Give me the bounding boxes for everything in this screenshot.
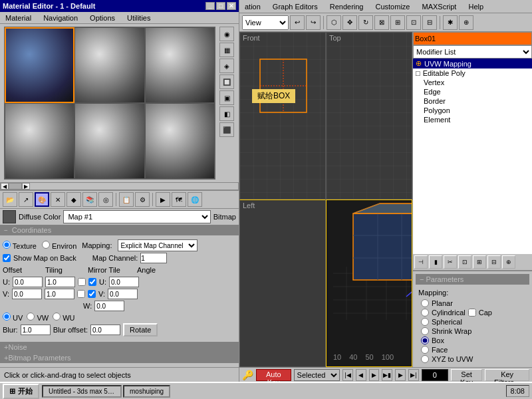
cylindrical-option[interactable]: Cylindrical Cap	[421, 309, 524, 317]
tree-item-element[interactable]: Element	[421, 115, 532, 124]
play-btn[interactable]: ▶	[369, 369, 380, 381]
material-effects-btn[interactable]: ◎	[98, 192, 113, 207]
tree-item-vertex[interactable]: Vertex	[421, 78, 532, 87]
frame-input[interactable]	[422, 369, 448, 381]
props-tool-7[interactable]: ⊕	[502, 255, 515, 269]
cylindrical-radio[interactable]	[421, 309, 429, 317]
viewport-top[interactable]: Top	[326, 32, 412, 200]
app-tool-5[interactable]: ⊞	[390, 15, 405, 30]
environ-radio[interactable]	[42, 241, 50, 249]
props-tool-2[interactable]: ▮	[429, 255, 442, 269]
make-unique-btn[interactable]: ◆	[66, 192, 81, 207]
tiling-v-input[interactable]	[45, 289, 74, 299]
blur-input[interactable]	[21, 325, 51, 335]
key-filters-button[interactable]: Key Filters...	[485, 369, 529, 381]
spherical-radio[interactable]	[421, 318, 429, 326]
show-map-btn[interactable]: 🗺	[172, 192, 186, 207]
next-frame-btn[interactable]: ▶	[395, 369, 406, 381]
box-radio[interactable]	[421, 336, 429, 344]
tree-item-polygon[interactable]: Polygon	[421, 106, 532, 115]
angle-w-input[interactable]	[94, 301, 124, 311]
mat-menu-navigation[interactable]: Navigation	[41, 13, 80, 23]
spherical-option[interactable]: Spherical	[421, 318, 524, 326]
taskbar-item-moshuiping[interactable]: moshuiping	[123, 385, 170, 398]
angle-u-input[interactable]	[109, 277, 139, 287]
app-tool-6[interactable]: ⊡	[406, 15, 421, 30]
box-option[interactable]: Box	[421, 336, 524, 344]
diffuse-color-swatch[interactable]	[3, 210, 16, 223]
assign-material-btn[interactable]: 🎨	[35, 192, 49, 207]
planar-option[interactable]: Planar	[421, 299, 524, 307]
app-menu-graph-editors[interactable]: Graph Editors	[270, 1, 321, 12]
scroll-left-btn[interactable]: ◀	[1, 183, 9, 190]
texture-radio[interactable]	[3, 241, 11, 249]
app-tool-9[interactable]: ⊕	[459, 15, 473, 30]
app-tool-8[interactable]: ✱	[443, 15, 458, 30]
map-name-dropdown[interactable]: Map #1	[63, 210, 210, 223]
mirror-v-checkbox[interactable]	[77, 290, 85, 298]
tree-item-editable-poly[interactable]: □ Editable Poly	[413, 68, 532, 78]
app-tool-2[interactable]: ↪	[306, 15, 321, 30]
material-sphere-4[interactable]	[5, 103, 74, 179]
map-channel-input[interactable]	[140, 253, 167, 263]
go-start-btn[interactable]: |◀	[342, 369, 353, 381]
tiling-u-input[interactable]	[45, 277, 75, 287]
offset-v-input[interactable]	[12, 289, 42, 299]
start-button[interactable]: ⊞ 开始	[3, 384, 39, 399]
vw-radio[interactable]	[27, 313, 35, 321]
side-tool-6[interactable]: ◧	[219, 106, 234, 121]
app-tool-7[interactable]: ⊟	[422, 15, 437, 30]
cap-checkbox[interactable]	[468, 309, 476, 317]
wu-radio-label[interactable]: WU	[53, 313, 74, 322]
show-3d-map-btn[interactable]: 🌐	[188, 192, 202, 207]
mat-menu-options[interactable]: Options	[87, 13, 118, 23]
tree-item-edge[interactable]: Edge	[421, 87, 532, 96]
mapping-dropdown[interactable]: Explicit Map Channel	[118, 239, 198, 251]
face-radio[interactable]	[421, 346, 429, 354]
side-tool-4[interactable]: 🔲	[219, 74, 234, 89]
side-tool-5[interactable]: ▣	[219, 90, 234, 105]
app-menu-maxscript[interactable]: MAXScript	[419, 1, 459, 12]
app-menu-help[interactable]: Help	[466, 1, 486, 12]
shrinkwrap-radio[interactable]	[421, 327, 429, 335]
put-to-scene-btn[interactable]: ↗	[19, 192, 33, 207]
material-hscrollbar[interactable]: ◀ ▶	[0, 182, 239, 190]
select-by-material-btn[interactable]: 📋	[119, 192, 134, 207]
face-option[interactable]: Face	[421, 346, 524, 354]
app-tool-select[interactable]: ⬡	[327, 15, 341, 30]
app-tool-1[interactable]: ↩	[290, 15, 305, 30]
close-button[interactable]: ✕	[227, 2, 236, 10]
material-sphere-3[interactable]	[145, 27, 215, 103]
maximize-button[interactable]: □	[216, 2, 225, 10]
mat-menu-material[interactable]: Material	[3, 13, 34, 23]
object-name-input[interactable]	[413, 32, 532, 45]
vw-radio-label[interactable]: VW	[27, 313, 49, 322]
xyz-uvw-radio[interactable]	[421, 355, 429, 363]
show-map-checkbox[interactable]	[3, 254, 11, 262]
offset-u-input[interactable]	[13, 277, 43, 287]
tree-item-uvw-mapping[interactable]: ⊕ UVW Mapping	[413, 59, 532, 68]
side-tool-3[interactable]: ◈	[219, 59, 234, 73]
scroll-thumb[interactable]	[9, 183, 22, 190]
bitmap-params-header[interactable]: + Bitmap Parameters	[0, 352, 239, 363]
xyz-uvw-option[interactable]: XYZ to UVW	[421, 355, 524, 363]
angle-v-input[interactable]	[108, 289, 138, 299]
uv-radio[interactable]	[3, 313, 11, 321]
app-menu-animation[interactable]: ation	[242, 1, 263, 12]
app-menu-customize[interactable]: Customize	[373, 1, 413, 12]
modifier-list-dropdown[interactable]: Modifier List	[413, 45, 532, 59]
scroll-right-btn[interactable]: ▶	[22, 183, 30, 190]
app-tool-scale[interactable]: ⊠	[374, 15, 389, 30]
minimize-button[interactable]: _	[205, 2, 215, 10]
material-sphere-5[interactable]	[74, 103, 144, 179]
view-dropdown[interactable]: View	[242, 15, 289, 30]
blur-offset-input[interactable]	[90, 325, 120, 335]
tree-item-border[interactable]: Border	[421, 96, 532, 106]
material-sphere-1[interactable]	[5, 27, 74, 103]
props-tool-3[interactable]: ✂	[444, 255, 457, 269]
wu-radio[interactable]	[53, 313, 61, 321]
viewport-perspective[interactable]: 104050100	[326, 200, 412, 367]
noise-section-header[interactable]: + Noise	[0, 342, 239, 352]
taskbar-item-3dsmax[interactable]: Untitled - 3ds max 5 - Sta...	[42, 385, 122, 398]
environ-radio-label[interactable]: Environ	[42, 241, 76, 250]
